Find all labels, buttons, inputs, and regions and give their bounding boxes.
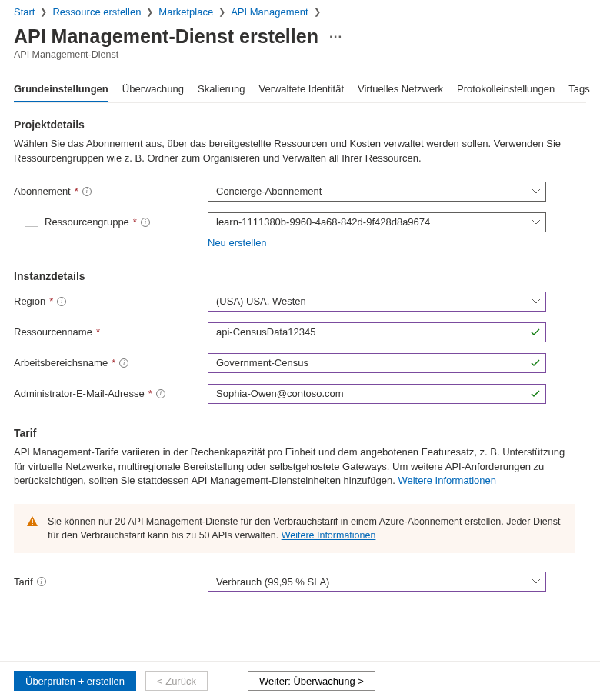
- input-orgname-wrap: [208, 353, 546, 373]
- row-adminemail: Administrator-E-Mail-Adresse * i: [14, 384, 586, 404]
- page-title-text: API Management-Dienst erstellen: [14, 25, 318, 48]
- select-pricingtier[interactable]: Verbrauch (99,95 % SLA): [208, 572, 546, 592]
- tree-connector-icon: [25, 202, 38, 227]
- select-region[interactable]: (USA) USA, Westen: [208, 292, 546, 312]
- label-pricingtier: Tarif i: [14, 576, 208, 588]
- input-adminemail-wrap: [208, 384, 546, 404]
- tab-virtuelles-netzwerk[interactable]: Virtuelles Netzwerk: [358, 83, 443, 102]
- section-desc-pricing: API Management-Tarife variieren in der R…: [14, 445, 575, 489]
- required-icon: *: [49, 295, 53, 307]
- breadcrumb-item[interactable]: Start: [14, 6, 35, 18]
- chevron-right-icon: ❯: [218, 7, 225, 17]
- required-icon: *: [75, 185, 78, 197]
- pricing-warning-box: Sie können nur 20 API Management-Dienste…: [14, 504, 575, 553]
- tabs: Grundeinstellungen Überwachung Skalierun…: [14, 83, 586, 103]
- label-region-text: Region: [14, 295, 45, 307]
- chevron-right-icon: ❯: [40, 7, 47, 17]
- pricing-more-info-link[interactable]: Weitere Informationen: [398, 475, 496, 486]
- required-icon: *: [112, 357, 115, 368]
- input-adminemail[interactable]: [208, 384, 546, 404]
- label-region: Region * i: [14, 295, 208, 307]
- label-resourcegroup-text: Ressourcengruppe: [45, 216, 129, 228]
- more-actions-icon[interactable]: ···: [329, 29, 342, 45]
- section-heading-project: Projektdetails: [14, 118, 586, 131]
- select-region-value: (USA) USA, Westen: [208, 292, 546, 312]
- tab-protokolleinstellungen[interactable]: Protokolleinstellungen: [457, 83, 555, 102]
- row-resourcegroup: Ressourcengruppe * i learn-1111380b-9960…: [14, 212, 586, 232]
- create-new-rg-link-row: Neu erstellen: [208, 237, 586, 248]
- label-adminemail: Administrator-E-Mail-Adresse * i: [14, 388, 208, 399]
- select-subscription[interactable]: Concierge-Abonnement: [208, 182, 546, 202]
- tab-ueberwachung[interactable]: Überwachung: [122, 83, 184, 102]
- label-subscription: Abonnement * i: [14, 185, 208, 197]
- info-icon[interactable]: i: [37, 577, 46, 586]
- select-pricingtier-value: Verbrauch (99,95 % SLA): [208, 572, 546, 592]
- row-orgname: Arbeitsbereichsname * i: [14, 353, 586, 373]
- input-orgname[interactable]: [208, 353, 546, 373]
- chevron-right-icon: ❯: [314, 7, 321, 17]
- row-subscription: Abonnement * i Concierge-Abonnement: [14, 182, 586, 202]
- input-resourcename[interactable]: [208, 322, 546, 342]
- section-heading-instance: Instanzdetails: [14, 270, 586, 282]
- breadcrumb-item[interactable]: API Management: [231, 6, 308, 18]
- label-orgname: Arbeitsbereichsname * i: [14, 357, 208, 368]
- page-subtitle: API Management-Dienst: [14, 49, 586, 60]
- label-adminemail-text: Administrator-E-Mail-Adresse: [14, 388, 145, 399]
- warning-icon: [26, 515, 38, 528]
- required-icon: *: [133, 216, 137, 228]
- select-resourcegroup[interactable]: learn-1111380b-9960-4a68-842d-9f428d8a96…: [208, 212, 546, 232]
- info-icon[interactable]: i: [57, 297, 66, 306]
- label-resourcename: Ressourcenname *: [14, 326, 208, 338]
- select-subscription-value: Concierge-Abonnement: [208, 182, 546, 202]
- info-icon[interactable]: i: [119, 358, 128, 368]
- tab-skalierung[interactable]: Skalierung: [198, 83, 245, 102]
- pricing-warning-link[interactable]: Weitere Informationen: [282, 530, 376, 541]
- svg-rect-1: [32, 524, 33, 525]
- info-icon[interactable]: i: [141, 218, 150, 227]
- section-heading-pricing: Tarif: [14, 427, 586, 439]
- label-pricingtier-text: Tarif: [14, 576, 33, 588]
- breadcrumb-item[interactable]: Marketplace: [158, 6, 213, 18]
- page-title: API Management-Dienst erstellen ···: [14, 25, 586, 48]
- tab-grundeinstellungen[interactable]: Grundeinstellungen: [14, 83, 108, 102]
- create-new-rg-link[interactable]: Neu erstellen: [208, 237, 267, 248]
- info-icon[interactable]: i: [156, 389, 165, 398]
- breadcrumb: Start ❯ Ressource erstellen ❯ Marketplac…: [14, 6, 586, 18]
- tab-tags[interactable]: Tags: [568, 83, 589, 102]
- tab-verwaltete-identitaet[interactable]: Verwaltete Identität: [258, 83, 344, 102]
- label-resourcename-text: Ressourcenname: [14, 326, 92, 338]
- required-icon: *: [148, 388, 152, 399]
- input-resourcename-wrap: [208, 322, 546, 342]
- svg-rect-0: [32, 519, 33, 523]
- pricing-warning-text: Sie können nur 20 API Management-Dienste…: [48, 515, 563, 542]
- chevron-right-icon: ❯: [146, 7, 153, 17]
- select-resourcegroup-value: learn-1111380b-9960-4a68-842d-9f428d8a96…: [208, 212, 546, 232]
- row-pricingtier: Tarif i Verbrauch (99,95 % SLA): [14, 572, 586, 592]
- section-desc-project: Wählen Sie das Abonnement aus, über das …: [14, 137, 575, 166]
- label-subscription-text: Abonnement: [14, 185, 71, 197]
- breadcrumb-item[interactable]: Ressource erstellen: [52, 6, 141, 18]
- label-orgname-text: Arbeitsbereichsname: [14, 357, 108, 368]
- required-icon: *: [96, 326, 100, 338]
- row-resourcename: Ressourcenname *: [14, 322, 586, 342]
- info-icon[interactable]: i: [82, 187, 92, 196]
- row-region: Region * i (USA) USA, Westen: [14, 292, 586, 312]
- label-resourcegroup: Ressourcengruppe * i: [14, 216, 208, 228]
